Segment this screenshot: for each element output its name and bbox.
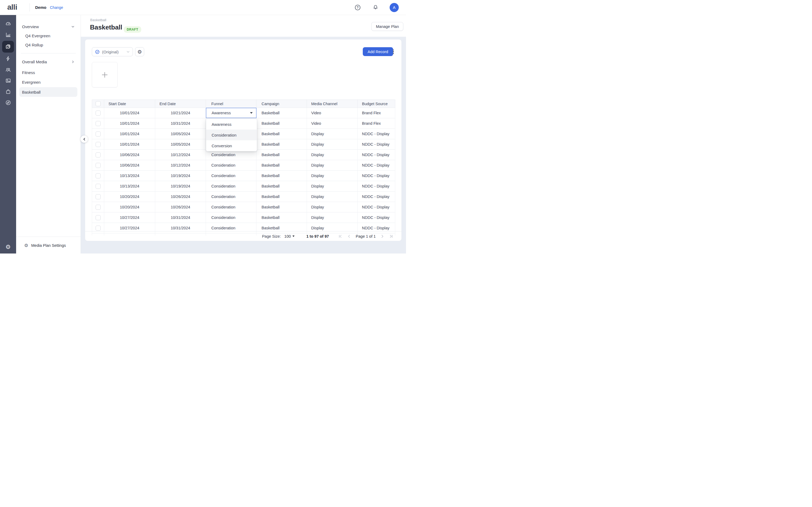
media-channel-cell[interactable]: Display bbox=[307, 202, 358, 212]
notifications-button[interactable] bbox=[372, 4, 379, 11]
manage-plan-button[interactable]: Manage Plan bbox=[371, 22, 403, 31]
end-date-cell[interactable]: 10/12/2024 bbox=[155, 150, 206, 160]
end-date-cell[interactable]: 10/21/2024 bbox=[155, 108, 206, 118]
add-record-button[interactable]: Add Record bbox=[363, 47, 393, 56]
row-checkbox[interactable] bbox=[96, 142, 101, 147]
funnel-select-open[interactable]: Awareness bbox=[206, 108, 256, 118]
rail-item-explore[interactable] bbox=[2, 97, 14, 108]
funnel-cell[interactable]: Consideration bbox=[206, 213, 256, 223]
start-date-cell[interactable]: 10/13/2024 bbox=[104, 171, 155, 181]
budget-source-cell[interactable]: NDDC - Display bbox=[358, 160, 395, 170]
row-checkbox[interactable] bbox=[96, 173, 101, 178]
rail-item-creative[interactable] bbox=[2, 75, 14, 86]
row-checkbox[interactable] bbox=[96, 184, 101, 189]
help-button[interactable]: ? bbox=[354, 4, 361, 11]
dropdown-option-consideration[interactable]: Consideration bbox=[206, 129, 257, 140]
campaign-cell[interactable]: Basketball bbox=[256, 139, 307, 150]
rail-item-automation[interactable] bbox=[2, 53, 14, 64]
budget-source-cell[interactable]: NDDC - Display bbox=[358, 150, 395, 160]
start-date-cell[interactable]: 10/20/2024 bbox=[104, 191, 155, 202]
start-date-cell[interactable]: 10/27/2024 bbox=[104, 213, 155, 223]
sidebar-item-overall-media[interactable]: Overall Media bbox=[19, 57, 77, 66]
column-header-campaign[interactable]: Campaign bbox=[256, 100, 307, 108]
view-settings-button[interactable]: ⚙ bbox=[135, 47, 144, 56]
prev-page-button[interactable] bbox=[347, 234, 351, 238]
media-channel-cell[interactable]: Display bbox=[307, 139, 358, 150]
start-date-cell[interactable]: 10/01/2024 bbox=[104, 139, 155, 150]
row-checkbox[interactable] bbox=[96, 111, 101, 116]
column-header-media-channel[interactable]: Media Channel bbox=[307, 100, 358, 108]
media-channel-cell[interactable]: Video bbox=[307, 118, 358, 128]
end-date-cell[interactable]: 10/05/2024 bbox=[155, 129, 206, 139]
dropdown-option-awareness[interactable]: Awareness bbox=[206, 119, 257, 129]
row-checkbox[interactable] bbox=[96, 121, 101, 126]
campaign-cell[interactable]: Basketball bbox=[256, 118, 307, 128]
row-checkbox[interactable] bbox=[96, 163, 101, 168]
row-checkbox[interactable] bbox=[96, 131, 101, 136]
budget-source-cell[interactable]: NDDC - Display bbox=[358, 202, 395, 212]
last-page-button[interactable] bbox=[389, 234, 393, 238]
sidebar-item-basketball[interactable]: Basketball bbox=[19, 87, 77, 97]
sidebar-item-overview[interactable]: Overview bbox=[19, 22, 77, 31]
sidebar-item-evergreen[interactable]: Evergreen bbox=[19, 77, 77, 87]
media-channel-cell[interactable]: Display bbox=[307, 171, 358, 181]
column-header-start-date[interactable]: Start Date bbox=[104, 100, 155, 108]
end-date-cell[interactable]: 10/31/2024 bbox=[155, 213, 206, 223]
breadcrumb[interactable]: Basketball bbox=[90, 18, 106, 22]
media-channel-cell[interactable]: Display bbox=[307, 191, 358, 202]
dropdown-option-conversion[interactable]: Conversion bbox=[206, 140, 257, 151]
select-all-checkbox[interactable] bbox=[96, 101, 101, 106]
funnel-cell[interactable]: Consideration bbox=[206, 171, 256, 181]
funnel-cell[interactable]: Consideration bbox=[206, 181, 256, 191]
media-channel-cell[interactable]: Display bbox=[307, 181, 358, 191]
end-date-cell[interactable]: 10/19/2024 bbox=[155, 181, 206, 191]
rail-item-shop[interactable] bbox=[2, 86, 14, 97]
column-header-budget-source[interactable]: Budget Source bbox=[358, 100, 395, 108]
campaign-cell[interactable]: Basketball bbox=[256, 181, 307, 191]
avatar[interactable]: A bbox=[390, 3, 399, 12]
start-date-cell[interactable]: 10/01/2024 bbox=[104, 129, 155, 139]
end-date-cell[interactable]: 10/12/2024 bbox=[155, 160, 206, 170]
campaign-cell[interactable]: Basketball bbox=[256, 213, 307, 223]
rail-settings-button[interactable]: ⚙ bbox=[0, 243, 16, 250]
end-date-cell[interactable]: 10/26/2024 bbox=[155, 202, 206, 212]
version-select[interactable]: (Original) bbox=[92, 47, 133, 56]
start-date-cell[interactable]: 10/06/2024 bbox=[104, 160, 155, 170]
page-size-select[interactable]: 100 bbox=[284, 234, 295, 238]
media-channel-cell[interactable]: Video bbox=[307, 108, 358, 118]
sidebar-item-q4-rollup[interactable]: Q4 Rollup bbox=[19, 40, 77, 49]
funnel-cell[interactable]: Consideration bbox=[206, 160, 256, 170]
campaign-cell[interactable]: Basketball bbox=[256, 150, 307, 160]
end-date-cell[interactable]: 10/26/2024 bbox=[155, 191, 206, 202]
campaign-cell[interactable]: Basketball bbox=[256, 191, 307, 202]
sidebar-item-q4-evergreen[interactable]: Q4 Evergreen bbox=[19, 31, 77, 40]
add-view-tile[interactable] bbox=[92, 62, 118, 88]
funnel-cell[interactable]: Consideration bbox=[206, 202, 256, 212]
budget-source-cell[interactable]: NDDC - Display bbox=[358, 181, 395, 191]
campaign-cell[interactable]: Basketball bbox=[256, 129, 307, 139]
next-page-button[interactable] bbox=[380, 234, 385, 238]
media-channel-cell[interactable]: Display bbox=[307, 129, 358, 139]
budget-source-cell[interactable]: Brand Flex bbox=[358, 108, 395, 118]
end-date-cell[interactable]: 10/05/2024 bbox=[155, 139, 206, 150]
rail-item-plans[interactable] bbox=[2, 41, 14, 53]
media-plan-settings-button[interactable]: ⚙ Media Plan Settings bbox=[16, 239, 81, 251]
budget-source-cell[interactable]: NDDC - Display bbox=[358, 129, 395, 139]
media-channel-cell[interactable]: Display bbox=[307, 213, 358, 223]
workspace-change-link[interactable]: Change bbox=[50, 5, 63, 10]
more-options-button[interactable] bbox=[391, 48, 396, 56]
rail-item-reports[interactable] bbox=[2, 29, 14, 40]
row-checkbox[interactable] bbox=[96, 215, 101, 220]
rail-item-dashboard[interactable] bbox=[2, 18, 14, 29]
campaign-cell[interactable]: Basketball bbox=[256, 108, 307, 118]
campaign-cell[interactable]: Basketball bbox=[256, 160, 307, 170]
row-checkbox[interactable] bbox=[96, 194, 101, 199]
end-date-cell[interactable]: 10/31/2024 bbox=[155, 118, 206, 128]
budget-source-cell[interactable]: NDDC - Display bbox=[358, 171, 395, 181]
funnel-cell[interactable]: Consideration bbox=[206, 191, 256, 202]
start-date-cell[interactable]: 10/01/2024 bbox=[104, 118, 155, 128]
budget-source-cell[interactable]: NDDC - Display bbox=[358, 139, 395, 150]
campaign-cell[interactable]: Basketball bbox=[256, 202, 307, 212]
row-checkbox[interactable] bbox=[96, 205, 101, 210]
budget-source-cell[interactable]: NDDC - Display bbox=[358, 213, 395, 223]
